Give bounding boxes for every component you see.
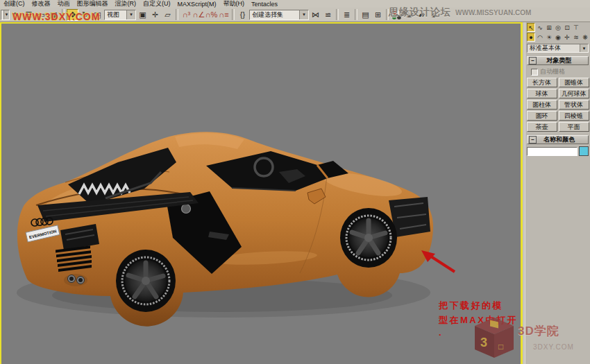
autogrid-row: 自动栅格: [531, 67, 590, 76]
menu-item-6[interactable]: MAXScript(M): [174, 1, 220, 8]
primitive-button-r0c0[interactable]: 长方体: [527, 78, 557, 87]
toolbar-separator: [232, 9, 235, 20]
create-category-icons: ●◠☀◉✛≋❋: [525, 32, 590, 42]
perspective-viewport[interactable]: EVERMOTION: [0, 22, 523, 364]
primitive-buttons-grid: 长方体圆锥体球体几何球体圆柱体管状体圆环四棱锥茶壶平面: [525, 78, 590, 132]
align-icon[interactable]: ≌: [322, 9, 334, 21]
svg-text:3: 3: [480, 336, 487, 349]
primitive-button-r2c1[interactable]: 管状体: [559, 100, 589, 110]
menu-item-8[interactable]: Tentacles: [248, 1, 281, 8]
keyboard-override-icon[interactable]: ▱: [162, 9, 174, 21]
named-selection-set-dropdown[interactable]: 创建选择集 ▼: [249, 10, 309, 20]
fuel-cap: [182, 205, 191, 214]
curve-editor-icon[interactable]: ▤: [360, 9, 371, 21]
named-selection-sets-icon[interactable]: {}: [237, 9, 248, 21]
primitive-button-r2c0[interactable]: 圆柱体: [527, 100, 557, 110]
snap-toggle-3d-icon[interactable]: ∩³: [180, 9, 192, 21]
category-lights-icon[interactable]: ☀: [545, 33, 553, 42]
cube-logo-icon: 3 □: [475, 318, 514, 358]
primitive-button-r0c1[interactable]: 圆锥体: [559, 78, 589, 87]
tab-utilities-icon[interactable]: ⊤: [572, 23, 580, 32]
autogrid-checkbox[interactable]: [531, 69, 538, 76]
collapse-icon[interactable]: −: [529, 136, 537, 144]
object-name-input[interactable]: [527, 147, 578, 156]
svg-text:□: □: [498, 342, 503, 352]
angle-snap-icon[interactable]: ∩∠: [193, 9, 205, 21]
category-helpers-icon[interactable]: ✛: [563, 33, 571, 42]
toolbar-separator: [336, 9, 339, 20]
reference-coordinate-value: 视图: [107, 10, 119, 19]
3dsmax-window: 创建(C)修改器动画图形编辑器渲染(R)自定义(U)MAXScript(M)帮助…: [0, 0, 590, 364]
primitive-button-r1c1[interactable]: 几何球体: [559, 89, 589, 98]
percent-snap-icon[interactable]: ∩%: [205, 9, 217, 21]
command-panel-tabs: ↖∿⊞◎⊡⊤: [525, 22, 590, 32]
primitive-type-value: 标准基本体: [530, 44, 561, 53]
primitive-button-r3c1[interactable]: 四棱锥: [559, 111, 589, 121]
use-pivot-point-center-icon[interactable]: ▣: [137, 9, 149, 21]
tab-modify-icon[interactable]: ∿: [536, 23, 544, 32]
front-wheel: [340, 208, 397, 268]
rollout-object-type-title: 对象类型: [538, 56, 588, 65]
autogrid-label: 自动栅格: [540, 67, 565, 76]
selection-set-value: 创建选择集: [252, 10, 283, 19]
tab-create-icon[interactable]: ↖: [527, 23, 535, 32]
command-panel: ↖∿⊞◎⊡⊤ ●◠☀◉✛≋❋ 标准基本体 ▼ − 对象类型 自动栅格 长方体圆锥…: [525, 22, 590, 364]
chevron-down-icon[interactable]: ▼: [580, 44, 588, 52]
toolbar-separator: [176, 9, 178, 20]
category-systems-icon[interactable]: ❋: [581, 33, 589, 42]
select-and-manipulate-icon[interactable]: ✛: [149, 9, 161, 21]
rollout-object-type[interactable]: − 对象类型: [527, 56, 589, 65]
primitive-button-r4c0[interactable]: 茶壶: [527, 122, 557, 132]
primitive-button-r4c1[interactable]: 平面: [559, 122, 589, 132]
schematic-view-icon[interactable]: ⊞: [372, 9, 384, 21]
chevron-down-icon[interactable]: ▼: [299, 10, 308, 19]
tab-hierarchy-icon[interactable]: ⊞: [545, 23, 553, 32]
reference-coordinate-dropdown[interactable]: 视图 ▼: [104, 10, 136, 20]
watermark-3dxy: WWW.3DXY.COM: [12, 11, 100, 22]
collapse-icon[interactable]: −: [529, 57, 537, 64]
rear-wheel: [116, 250, 176, 312]
annotation-arrow: [421, 250, 455, 272]
mirror-icon[interactable]: ⋈: [310, 9, 321, 21]
watermark-missyuan-en: WWW.MISSYUAN.COM: [455, 9, 531, 17]
category-space-warps-icon[interactable]: ≋: [572, 33, 580, 42]
primitive-button-r1c0[interactable]: 球体: [527, 89, 557, 98]
watermark-3dxy-logo: 3 □ 3D学院 3DXY.COM: [475, 318, 574, 358]
logo-title: 3D学院: [518, 323, 574, 339]
category-geometry-icon[interactable]: ●: [527, 33, 535, 42]
annotation-line-1: 把下载好的模: [439, 298, 525, 313]
category-cameras-icon[interactable]: ◉: [554, 33, 562, 42]
watermark-missyuan: 思缘设计论坛 WWW.MISSYUAN.COM: [389, 6, 531, 19]
tab-display-icon[interactable]: ⊡: [563, 23, 571, 32]
object-color-swatch[interactable]: [579, 146, 589, 156]
primitive-button-r3c0[interactable]: 圆环: [527, 111, 557, 121]
tab-motion-icon[interactable]: ◎: [554, 23, 562, 32]
primitive-type-dropdown[interactable]: 标准基本体 ▼: [527, 44, 589, 53]
logo-subtitle: 3DXY.COM: [518, 343, 574, 351]
name-color-row: [527, 146, 589, 156]
chevron-down-icon[interactable]: ▼: [126, 10, 135, 19]
layer-manager-icon[interactable]: ≣: [341, 9, 353, 21]
rollout-name-color[interactable]: − 名称和颜色: [527, 135, 589, 144]
toolbar-separator: [355, 9, 357, 20]
watermark-missyuan-cn: 思缘设计论坛: [389, 6, 451, 19]
toolbar-dropdown-stub[interactable]: ▼: [1, 10, 10, 20]
rollout-name-color-title: 名称和颜色: [538, 135, 588, 144]
category-shapes-icon[interactable]: ◠: [536, 33, 544, 42]
spinner-snap-icon[interactable]: ∩≡: [218, 9, 230, 21]
